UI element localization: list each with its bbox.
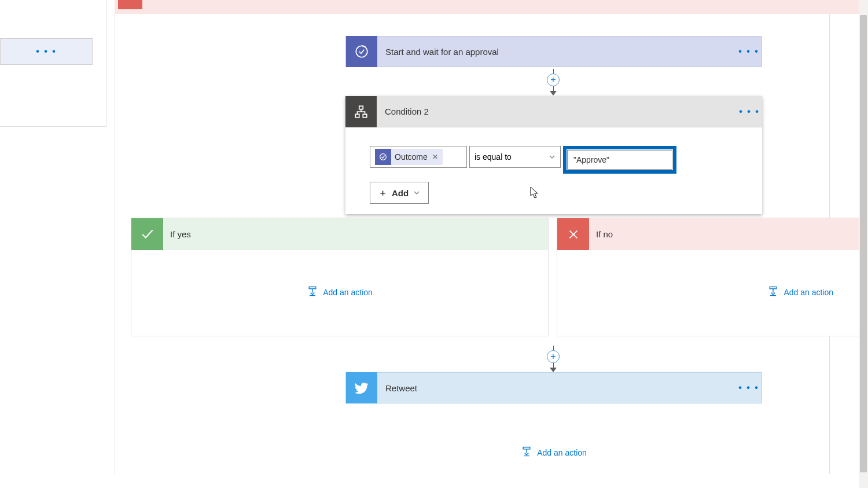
svg-point-4 bbox=[380, 154, 387, 160]
insert-step-1: + bbox=[546, 69, 561, 96]
condition-card: Condition 2 • • • Outcome ✕ is equal to … bbox=[345, 96, 762, 214]
svg-rect-5 bbox=[309, 287, 316, 289]
if-yes-title: If yes bbox=[170, 229, 191, 239]
condition-value-highlight: "Approve" bbox=[563, 146, 676, 174]
chevron-down-icon bbox=[413, 189, 420, 196]
insert-plus-icon[interactable]: + bbox=[547, 350, 560, 363]
retweet-more-button[interactable]: • • • bbox=[736, 383, 762, 393]
add-action-yes[interactable]: Add an action bbox=[307, 285, 373, 299]
condition-value-input[interactable]: "Approve" bbox=[567, 150, 672, 170]
condition-body: Outcome ✕ is equal to "Approve" ＋ Add bbox=[345, 127, 762, 214]
bottom-add-container: Add an action bbox=[345, 446, 762, 459]
approval-title: Start and wait for an approval bbox=[377, 47, 736, 57]
approval-icon bbox=[346, 36, 377, 67]
svg-rect-3 bbox=[363, 114, 367, 117]
operator-label: is equal to bbox=[475, 152, 512, 162]
arrow-down-icon bbox=[550, 368, 557, 372]
if-no-header-fragment bbox=[115, 0, 868, 14]
if-yes-branch: If yes Add an action bbox=[131, 218, 549, 336]
add-action-no[interactable]: Add an action bbox=[767, 285, 833, 299]
svg-rect-7 bbox=[770, 287, 777, 289]
svg-rect-2 bbox=[355, 114, 359, 117]
token-remove-icon[interactable]: ✕ bbox=[432, 153, 438, 161]
approval-more-button[interactable]: • • • bbox=[736, 46, 762, 57]
add-label: Add bbox=[392, 188, 409, 198]
more-card[interactable]: • • • bbox=[0, 38, 93, 65]
arrow-down-icon bbox=[550, 91, 557, 96]
if-no-header[interactable]: If no bbox=[557, 218, 868, 250]
condition-more-button[interactable]: • • • bbox=[737, 107, 762, 117]
outcome-token[interactable]: Outcome ✕ bbox=[375, 149, 443, 165]
approval-token-icon bbox=[375, 149, 391, 165]
insert-plus-icon[interactable]: + bbox=[547, 74, 560, 86]
svg-rect-1 bbox=[359, 106, 363, 109]
twitter-icon bbox=[346, 372, 377, 403]
plus-icon: ＋ bbox=[378, 188, 387, 199]
add-action-label: Add an action bbox=[537, 448, 587, 457]
if-no-icon-fragment bbox=[118, 0, 142, 9]
add-action-icon bbox=[307, 285, 318, 299]
condition-icon bbox=[345, 96, 377, 127]
check-icon bbox=[131, 218, 163, 250]
add-action-icon bbox=[521, 446, 532, 459]
add-action-label: Add an action bbox=[323, 288, 373, 297]
close-icon bbox=[557, 218, 589, 250]
condition-operator-select[interactable]: is equal to bbox=[469, 146, 561, 168]
condition-title: Condition 2 bbox=[377, 107, 737, 116]
more-icon: • • • bbox=[36, 46, 57, 57]
retweet-card[interactable]: Retweet • • • bbox=[345, 372, 762, 403]
scrollbar-track[interactable] bbox=[859, 0, 868, 488]
approval-card[interactable]: Start and wait for an approval • • • bbox=[345, 36, 762, 67]
if-no-branch: If no Add an action bbox=[557, 218, 868, 336]
chevron-down-icon bbox=[549, 153, 556, 160]
scrollbar-thumb[interactable] bbox=[860, 15, 867, 472]
condition-value-text: "Approve" bbox=[573, 155, 609, 164]
add-action-label: Add an action bbox=[784, 288, 833, 297]
condition-left-operand[interactable]: Outcome ✕ bbox=[370, 146, 467, 168]
if-yes-header[interactable]: If yes bbox=[131, 218, 548, 250]
left-panel-fragment: • • • bbox=[0, 0, 106, 127]
condition-header[interactable]: Condition 2 • • • bbox=[345, 96, 762, 127]
outcome-token-label: Outcome bbox=[395, 152, 428, 162]
insert-step-2: + bbox=[546, 346, 561, 372]
condition-add-button[interactable]: ＋ Add bbox=[370, 182, 429, 204]
svg-rect-9 bbox=[523, 447, 530, 449]
add-action-icon bbox=[767, 285, 779, 299]
svg-point-0 bbox=[356, 46, 367, 57]
add-action-bottom[interactable]: Add an action bbox=[521, 446, 587, 459]
retweet-title: Retweet bbox=[377, 383, 736, 393]
if-no-title: If no bbox=[596, 229, 613, 239]
